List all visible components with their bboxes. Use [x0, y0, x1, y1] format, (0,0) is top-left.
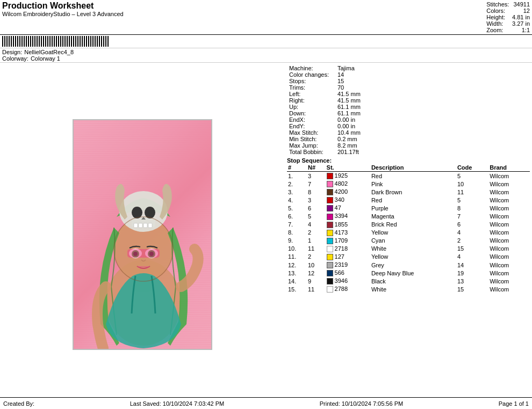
height-value: 4.81 in: [512, 14, 530, 20]
right-panel: Machine:TajimaColor changes:14Stops:15Tr…: [285, 63, 532, 406]
machine-info-section: Machine:TajimaColor changes:14Stops:15Tr…: [287, 65, 530, 155]
svg-rect-20: [127, 249, 160, 258]
machine-info-row: EndY:0.00 in: [287, 123, 363, 129]
stop-sequence-title: Stop Sequence:: [287, 157, 530, 164]
stop-sequence-row: 10.11 2718White15Wilcom: [287, 245, 530, 253]
colors-label: Colors:: [486, 8, 505, 14]
stop-sequence-row: 5.6 47Purple8Wilcom: [287, 204, 530, 212]
colorway-label: Colorway:: [2, 55, 28, 62]
machine-info-row: Stops:15: [287, 78, 363, 84]
stop-sequence-row: 7.4 1855Brick Red6Wilcom: [287, 221, 530, 229]
design-label: Design:: [2, 49, 22, 55]
machine-info-row: Machine:Tajima: [287, 65, 363, 71]
stop-sequence-row: 1.3 1925Red5Wilcom: [287, 172, 530, 180]
machine-info-row: Max Jump:8.2 mm: [287, 142, 363, 149]
machine-info-row: Up:61.1 mm: [287, 104, 363, 110]
stats-panel: Stitches: 34911 Colors: 12 Height: 4.81 …: [486, 1, 530, 33]
machine-info-row: Max Stitch:10.4 mm: [287, 129, 363, 136]
stitches-label: Stitches:: [486, 1, 509, 8]
svg-rect-13: [148, 223, 152, 228]
machine-info-row: Left:41.5 mm: [287, 91, 363, 97]
machine-info-row: Right:41.5 mm: [287, 97, 363, 104]
svg-rect-12: [143, 223, 147, 228]
stop-sequence-row: 11.2 127Yellow4Wilcom: [287, 253, 530, 261]
machine-info-row: Trims:70: [287, 84, 363, 91]
stop-sequence-row: 2.7 4802Pink10Wilcom: [287, 180, 530, 188]
stop-sequence-row: 12.10 2319Grey14Wilcom: [287, 261, 530, 269]
colors-value: 12: [523, 8, 530, 14]
stop-sequence-row: 4.3 340Red5Wilcom: [287, 196, 530, 204]
svg-rect-10: [134, 223, 138, 228]
stop-sequence-row: 8.2 4173Yellow4Wilcom: [287, 229, 530, 237]
last-saved: Last Saved: 10/10/2024 7:03:42 PM: [130, 400, 225, 407]
barcode: [2, 36, 110, 47]
machine-info-row: Color changes:14: [287, 71, 363, 78]
height-label: Height:: [486, 14, 505, 20]
stop-sequence-row: 14.9 3946Black13Wilcom: [287, 277, 530, 285]
zoom-value: 1:1: [522, 27, 530, 33]
stop-sequence-row: 3.8 4200Dark Brown11Wilcom: [287, 188, 530, 196]
stitches-value: 34911: [513, 1, 530, 8]
design-value: NellielGoatRec4_8: [24, 49, 74, 55]
page-title: Production Worksheet: [2, 1, 124, 11]
printed: Printed: 10/10/2024 7:05:56 PM: [320, 400, 403, 407]
page-number: Page 1 of 1: [499, 400, 529, 407]
stop-sequence-row: 13.12 566Deep Navy Blue19Wilcom: [287, 269, 530, 277]
software-subtitle: Wilcom EmbroideryStudio – Level 3 Advanc…: [2, 11, 124, 17]
width-label: Width:: [486, 20, 503, 27]
embroidery-image: [73, 119, 212, 350]
width-value: 3.27 in: [512, 20, 530, 27]
stop-sequence-row: 15.11 2788White15Wilcom: [287, 285, 530, 293]
svg-rect-11: [139, 223, 142, 228]
machine-info-row: Total Bobbin:201.17ft: [287, 149, 363, 155]
stop-sequence-row: 6.5 3394Magenta7Wilcom: [287, 212, 530, 220]
colorway-value: Colorway 1: [31, 55, 60, 62]
image-area: [0, 63, 285, 406]
machine-info-row: EndX:0.00 in: [287, 116, 363, 123]
zoom-label: Zoom:: [486, 27, 503, 33]
machine-info-row: Down:61.1 mm: [287, 110, 363, 116]
stop-sequence-row: 9.1 1709Cyan2Wilcom: [287, 237, 530, 245]
created-by-label: Created By:: [3, 400, 34, 407]
machine-info-row: Min Stitch:0.2 mm: [287, 136, 363, 142]
stop-sequence-table: #N#St.DescriptionCodeBrand 1.3 1925Red5W…: [287, 164, 530, 293]
